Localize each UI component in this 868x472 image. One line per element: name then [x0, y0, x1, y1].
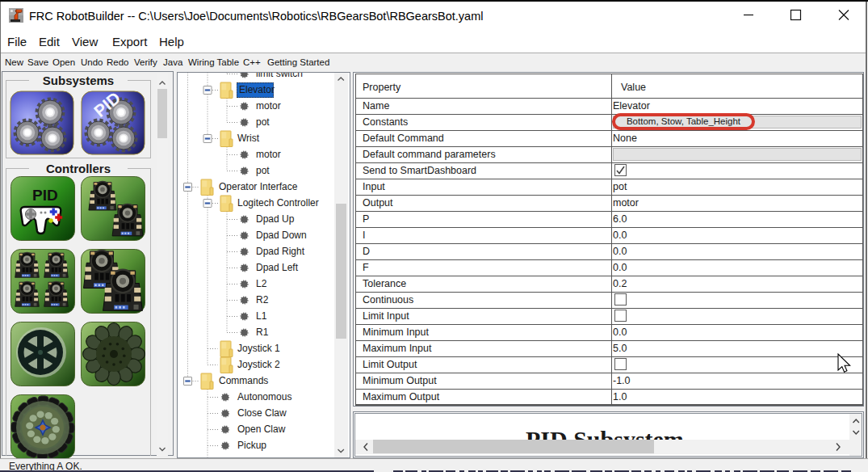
svg-text:PID: PID [32, 187, 58, 204]
